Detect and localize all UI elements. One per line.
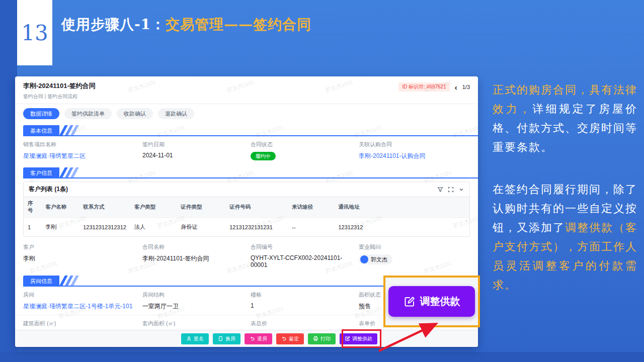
field-label: 合同名称 <box>142 243 251 251</box>
rename-button[interactable]: 更名 <box>181 333 209 344</box>
col-header: 证件号码 <box>225 197 288 218</box>
contract-fields: 客户 李刚 合同名称 李刚-20241101-签约合同 合同编号 QYHT-XY… <box>15 239 478 273</box>
slide: 13 使用步骤八-1：交易管理——签约合同 郭文杰1101郭文杰1101郭文杰1… <box>0 0 644 362</box>
button-label: 更名 <box>194 333 204 344</box>
slide-title-highlight: 交易管理——签约合同 <box>166 16 311 33</box>
customer-list-header: 客户列表 (1条) <box>24 182 469 197</box>
tab-bar: 数据详情 签约供款清单 收款确认 退款确认 <box>15 104 478 122</box>
related-contract-link[interactable]: 李刚-20241101-认购合同 <box>359 152 470 160</box>
section-customer-info: 客户信息 <box>15 167 478 178</box>
field-consultant: 置业顾问 郭文杰 <box>359 243 470 268</box>
page-number-box: 13 <box>17 0 52 65</box>
col-header: 来访途径 <box>288 197 334 218</box>
field-label: 套内面积 (㎡) <box>142 320 251 327</box>
swap-room-button[interactable]: 换房 <box>213 333 240 344</box>
field-value: QYHT-XYLT-CCFX002-20241101-00001 <box>251 254 359 268</box>
edit-icon <box>404 296 416 308</box>
left-accent-strip <box>0 0 17 362</box>
fullscreen-icon[interactable] <box>448 187 454 193</box>
field-sales-project: 销售项目名称 星璨澜庭·瑾绣繁星二区 <box>23 141 142 160</box>
filter-icon[interactable] <box>437 187 443 193</box>
chevron-down-icon[interactable] <box>458 187 464 193</box>
appraise-button[interactable]: 鉴定 <box>276 333 304 344</box>
printer-icon <box>313 336 318 341</box>
customer-name-link[interactable]: 李刚 <box>41 218 79 237</box>
tab-data-detail[interactable]: 数据详情 <box>23 108 59 119</box>
chevron-left-icon[interactable]: ‹ <box>455 83 457 91</box>
consultant-chip[interactable]: 郭文杰 <box>359 254 392 264</box>
section-title: 基本信息 <box>23 125 59 136</box>
app-header: 李刚-20241101-签约合同 签约合同 | 签约合同流程 ID 标识符: #… <box>15 76 478 104</box>
col-header: 客户名称 <box>41 197 79 218</box>
col-header: 联系方式 <box>79 197 130 218</box>
app-header-left: 李刚-20241101-签约合同 签约合同 | 签约合同流程 <box>23 81 96 100</box>
notes-panel: 正式的购房合同，具有法律效力，详细规定了房屋价格、付款方式、交房时间等重要条款。… <box>493 80 637 295</box>
field-room: 房间 星璨澜庭·瑾绣繁星二区-1号楼-1单元-101 <box>23 291 142 311</box>
table-row[interactable]: 1 李刚 12312312312312 法人 身份证 1213123213123… <box>24 218 469 237</box>
adjust-payment-button-large[interactable]: 调整供款 <box>388 286 475 317</box>
button-label: 鉴定 <box>289 333 299 344</box>
table-header-row: 序号 客户名称 联系方式 客户类型 证件类型 证件号码 来访途径 通讯地址 <box>24 197 469 218</box>
field-sign-date: 签约日期 2024-11-01 <box>142 141 251 160</box>
field-label: 表总价 <box>251 320 359 327</box>
field-related-contract: 关联认购合同 李刚-20241101-认购合同 <box>359 141 470 160</box>
consultant-name: 郭文杰 <box>371 256 387 263</box>
breadcrumb: 签约合同 | 签约合同流程 <box>23 93 96 100</box>
field-label: 房间结构 <box>142 291 251 299</box>
undo-icon <box>281 336 287 341</box>
pager: 1/3 <box>462 84 470 90</box>
field-label: 建筑面积 (㎡) <box>23 320 142 327</box>
field-contract-name: 合同名称 李刚-20241101-签约合同 <box>142 243 251 268</box>
avatar <box>360 255 368 263</box>
section-title: 客户信息 <box>23 167 59 178</box>
user-icon <box>186 336 192 341</box>
cell: 12131232131231 <box>225 218 288 237</box>
cell: 身份证 <box>177 218 225 237</box>
swap-icon <box>218 336 223 341</box>
slide-title-prefix: 使用步骤八-1： <box>61 16 166 33</box>
field-label: 合同编号 <box>251 243 359 251</box>
field-value: 一室两厅一卫 <box>142 302 251 311</box>
col-header: 通讯地址 <box>334 197 469 218</box>
button-label: 退房 <box>257 333 267 344</box>
tab-payment-list[interactable]: 签约供款清单 <box>64 108 112 119</box>
undo-icon <box>250 336 255 341</box>
checkout-button[interactable]: 退房 <box>245 333 272 344</box>
field-building: 楼栋 1 <box>251 291 359 311</box>
button-label: 换房 <box>225 333 235 344</box>
project-link[interactable]: 星璨澜庭·瑾绣繁星二区 <box>23 152 142 160</box>
note-paragraph-1: 正式的购房合同，具有法律效力，详细规定了房屋价格、付款方式、交房时间等重要条款。 <box>493 80 637 157</box>
cell: 12312312312312 <box>79 218 130 237</box>
cell: 12312312 <box>334 218 469 237</box>
col-header: 客户类型 <box>130 197 177 218</box>
list-tool-icons <box>437 187 464 193</box>
field-label: 楼栋 <box>251 291 359 299</box>
tab-refund-confirm[interactable]: 退款确认 <box>158 108 194 119</box>
app-header-right: ID 标识符: #697621 ‹ 1/3 <box>398 82 470 92</box>
print-button[interactable]: 打印 <box>308 333 336 344</box>
section-ribbon: 房间信息 <box>23 276 76 287</box>
tab-receipt-confirm[interactable]: 收款确认 <box>117 108 153 119</box>
field-label: 置业顾问 <box>359 243 470 251</box>
field-label: 销售项目名称 <box>23 141 142 148</box>
field-contract-status: 合同状态 履约中 <box>251 141 359 160</box>
section-title: 房间信息 <box>23 276 59 287</box>
col-header: 序号 <box>24 197 41 218</box>
bottom-accent-strip <box>0 352 644 362</box>
button-label: 打印 <box>320 333 331 344</box>
field-room-structure: 房间结构 一室两厅一卫 <box>142 291 251 311</box>
field-label: 关联认购合同 <box>359 141 470 148</box>
section-basic-info: 基本信息 <box>15 125 478 136</box>
section-ribbon: 基本信息 <box>23 125 76 136</box>
contract-title: 李刚-20241101-签约合同 <box>23 81 96 90</box>
cell-index: 1 <box>24 218 41 237</box>
customer-table: 序号 客户名称 联系方式 客户类型 证件类型 证件号码 来访途径 通讯地址 1 … <box>24 197 469 236</box>
field-value: 李刚-20241101-签约合同 <box>142 254 251 263</box>
button-label: 调整供款 <box>420 295 460 308</box>
status-badge: 履约中 <box>251 152 276 160</box>
section-underline <box>23 177 478 178</box>
room-link[interactable]: 星璨澜庭·瑾绣繁星二区-1号楼-1单元-101 <box>23 302 142 311</box>
page-number: 13 <box>21 21 48 45</box>
field-value: 李刚 <box>23 254 142 263</box>
field-customer: 客户 李刚 <box>23 243 142 268</box>
